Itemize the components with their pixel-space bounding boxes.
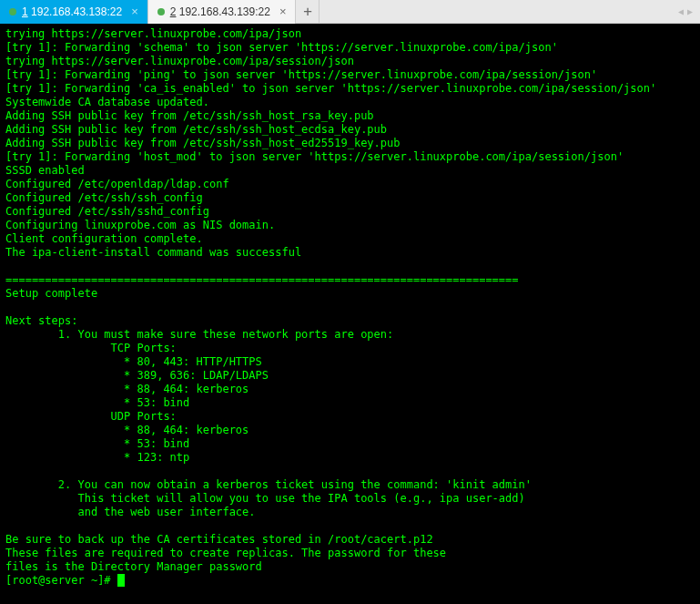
close-icon[interactable]: ×	[279, 5, 287, 18]
add-tab-button[interactable]: +	[296, 0, 320, 24]
nav-right-icon[interactable]: ▶	[687, 6, 693, 16]
nav-left-icon[interactable]: ◀	[678, 6, 684, 16]
terminal-output[interactable]: trying https://server.linuxprobe.com/ipa…	[0, 24, 700, 604]
tab-1[interactable]: 1 192.168.43.138:22 ×	[0, 0, 148, 24]
terminal-lines: trying https://server.linuxprobe.com/ipa…	[5, 27, 695, 574]
tab-label: 2 192.168.43.139:22	[170, 5, 270, 18]
cursor-icon	[117, 574, 125, 587]
tab-2[interactable]: 2 192.168.43.139:22 ×	[148, 0, 297, 24]
status-dot-icon	[9, 8, 16, 15]
terminal-prompt: [root@server ~]#	[5, 574, 117, 587]
tab-label: 1 192.168.43.138:22	[22, 5, 122, 18]
status-dot-icon	[157, 8, 165, 15]
nav-arrows: ◀ ▶	[678, 6, 700, 16]
tab-bar: 1 192.168.43.138:22 × 2 192.168.43.139:2…	[0, 0, 700, 24]
close-icon[interactable]: ×	[131, 5, 138, 18]
